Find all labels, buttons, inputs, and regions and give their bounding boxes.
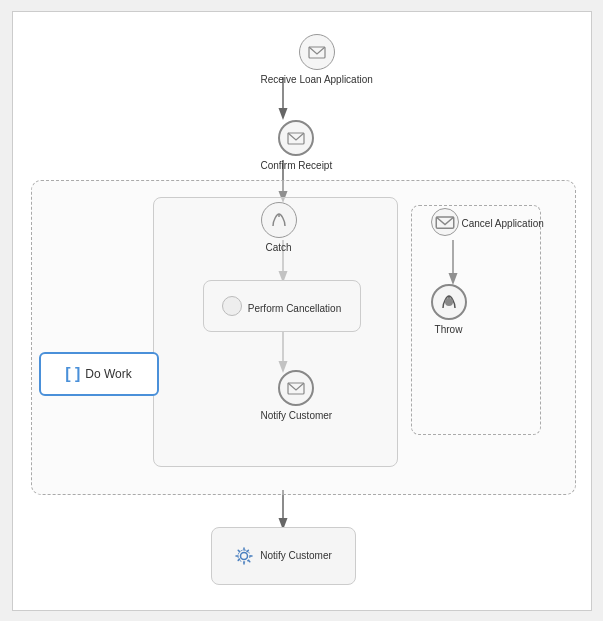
cancel-application-icon: [431, 208, 459, 236]
perform-cancellation-node[interactable]: Perform Cancellation: [203, 280, 361, 332]
catch-label: Catch: [265, 242, 291, 253]
perform-cancellation-label: Perform Cancellation: [248, 303, 341, 314]
notify-customer-inner-node[interactable]: Notify Customer: [261, 370, 333, 421]
confirm-receipt-icon: [278, 120, 314, 156]
receive-loan-node[interactable]: Receive Loan Application: [261, 34, 373, 85]
do-work-label: Do Work: [85, 367, 131, 381]
receive-loan-icon: [299, 34, 335, 70]
gear-icon: [234, 546, 254, 566]
cancel-application-label: Cancel Application: [462, 218, 544, 229]
do-work-node[interactable]: [ ] Do Work: [39, 352, 159, 396]
svg-point-13: [241, 552, 248, 559]
catch-icon: [261, 202, 297, 238]
notify-customer-bottom-label: Notify Customer: [260, 550, 332, 561]
confirm-receipt-label: Confirm Receipt: [261, 160, 333, 171]
catch-node[interactable]: Catch: [261, 202, 297, 253]
confirm-receipt-node[interactable]: Confirm Receipt: [261, 120, 333, 171]
diagram-canvas: Receive Loan Application Confirm Receipt…: [12, 11, 592, 611]
cancel-application-node[interactable]: Cancel Application: [431, 208, 544, 240]
svg-point-12: [445, 298, 453, 306]
call-activity-icon: [ ]: [65, 365, 80, 383]
notify-customer-inner-icon: [278, 370, 314, 406]
notify-customer-inner-label: Notify Customer: [261, 410, 333, 421]
throw-icon: [431, 284, 467, 320]
throw-node[interactable]: Throw: [431, 284, 467, 335]
notify-customer-bottom-node[interactable]: Notify Customer: [211, 527, 356, 585]
receive-loan-label: Receive Loan Application: [261, 74, 373, 85]
throw-label: Throw: [435, 324, 463, 335]
